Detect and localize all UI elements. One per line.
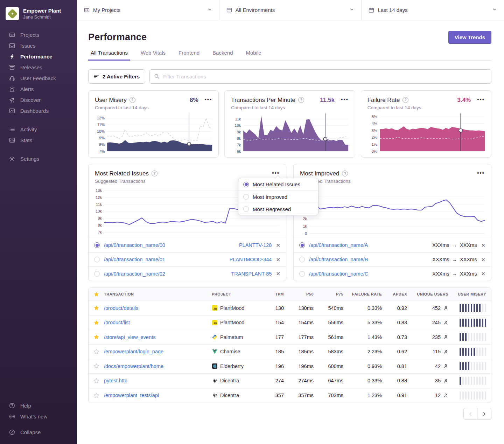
favorite-star-button[interactable] bbox=[89, 378, 104, 384]
transaction-link[interactable]: /product/details bbox=[104, 305, 138, 311]
sidebar-item-help[interactable]: Help bbox=[0, 400, 77, 411]
favorite-star-button[interactable] bbox=[89, 349, 104, 355]
tab-all-transactions[interactable]: All Transactions bbox=[88, 50, 130, 61]
help-icon[interactable]: ? bbox=[402, 97, 408, 103]
column-header-tpm[interactable]: TPM bbox=[264, 292, 289, 296]
radio-button[interactable] bbox=[243, 206, 249, 212]
help-icon[interactable]: ? bbox=[342, 171, 348, 176]
sidebar-item-issues[interactable]: Issues bbox=[0, 40, 77, 51]
close-icon[interactable]: ✕ bbox=[276, 257, 280, 262]
radio-button[interactable] bbox=[299, 271, 305, 277]
sidebar-item-activity[interactable]: Activity bbox=[0, 124, 77, 135]
failure-rate-chart[interactable] bbox=[380, 115, 485, 151]
radio-button[interactable] bbox=[243, 182, 249, 187]
org-switcher[interactable]: ✦ Empower Plant Jane Schmidt bbox=[0, 6, 77, 29]
sidebar-item-discover[interactable]: Discover bbox=[0, 95, 77, 105]
close-icon[interactable]: ✕ bbox=[481, 271, 485, 276]
transaction-link[interactable]: /api/0/transaction_name/A bbox=[309, 242, 368, 248]
radio-button[interactable] bbox=[243, 194, 249, 200]
view-trends-button[interactable]: View Trends bbox=[448, 31, 491, 44]
column-header-failure-rate[interactable]: FAILURE RATE bbox=[348, 292, 387, 296]
transaction-link[interactable]: /api/0/transaction_name/02 bbox=[104, 271, 165, 277]
duration-change: XXXms→XXXms bbox=[432, 271, 477, 277]
transaction-link[interactable]: /api/0/transaction_name/C bbox=[309, 271, 368, 277]
project-selector[interactable]: My Projects bbox=[77, 0, 219, 20]
sidebar-item-releases[interactable]: Releases bbox=[0, 62, 77, 73]
card-menu-button[interactable]: ••• bbox=[477, 169, 485, 178]
active-filters-button[interactable]: 2 Active Filters bbox=[88, 69, 145, 84]
issue-tag-link[interactable]: PLANTTV-128 bbox=[239, 242, 272, 248]
environment-selector[interactable]: All Environments bbox=[219, 0, 362, 20]
menu-option-most-related-issues[interactable]: Most Related Issues bbox=[238, 178, 318, 190]
user-misery-chart[interactable] bbox=[107, 115, 212, 151]
transaction-link[interactable]: /api/0/transaction_name/B bbox=[309, 257, 368, 262]
y-tick-label: 11% bbox=[97, 123, 105, 127]
favorite-star-button[interactable] bbox=[89, 334, 104, 340]
tab-frontend[interactable]: Frontend bbox=[176, 50, 202, 61]
date-range-selector[interactable]: Last 14 days bbox=[362, 0, 504, 20]
column-header-unique-users[interactable]: UNIQUE USERS bbox=[412, 292, 453, 296]
favorite-star-button[interactable] bbox=[89, 363, 104, 369]
column-header-p50[interactable]: P50 bbox=[289, 292, 318, 296]
sidebar-item-collapse[interactable]: Collapse bbox=[0, 427, 77, 438]
column-header-transaction[interactable]: TRANSACTION bbox=[104, 292, 212, 296]
close-icon[interactable]: ✕ bbox=[481, 257, 485, 262]
sidebar-item-dashboards[interactable]: Dashboards bbox=[0, 105, 77, 116]
help-icon[interactable]: ? bbox=[152, 171, 158, 176]
column-header-user-misery[interactable]: USER MISERY bbox=[453, 292, 491, 296]
menu-option-most-regressed[interactable]: Most Regressed bbox=[238, 203, 318, 215]
transaction-link[interactable]: /empowerplant/login_page bbox=[104, 349, 163, 354]
y-tick-label: 2% bbox=[372, 135, 377, 139]
close-icon[interactable]: ✕ bbox=[481, 243, 485, 248]
favorite-star-button[interactable] bbox=[89, 393, 104, 398]
radio-button[interactable] bbox=[94, 242, 100, 248]
favorite-star-button[interactable] bbox=[89, 320, 104, 326]
favorite-star-button[interactable] bbox=[89, 305, 104, 311]
close-icon[interactable]: ✕ bbox=[276, 271, 280, 276]
transaction-link[interactable]: /api/0/transaction_name/00 bbox=[104, 242, 165, 248]
previous-page-button[interactable] bbox=[463, 408, 477, 420]
p75-cell: 703ms bbox=[318, 393, 348, 398]
y-tick-label: 8k bbox=[98, 223, 102, 227]
tpm-chart[interactable] bbox=[243, 115, 348, 151]
sidebar-item-user-feedback[interactable]: User Feedback bbox=[0, 73, 77, 84]
sidebar-item-projects[interactable]: Projects bbox=[0, 29, 77, 40]
card-subtitle: Suggested Transactions bbox=[300, 179, 485, 184]
card-menu-button[interactable]: ••• bbox=[205, 96, 212, 104]
radio-button[interactable] bbox=[299, 257, 305, 262]
transaction-link[interactable]: /empowerplant_tests/api bbox=[104, 393, 159, 398]
card-menu-button[interactable]: ••• bbox=[477, 96, 485, 104]
help-icon[interactable]: ? bbox=[298, 97, 304, 103]
transaction-link[interactable]: /api/0/transaction_name/01 bbox=[104, 257, 165, 262]
most-improved-chart[interactable] bbox=[309, 187, 485, 234]
next-page-button[interactable] bbox=[477, 408, 491, 420]
sidebar-item-what-s-new[interactable]: What’s new bbox=[0, 411, 77, 422]
radio-button[interactable] bbox=[94, 271, 100, 277]
sidebar-item-stats[interactable]: Stats bbox=[0, 135, 77, 146]
transaction-search-input[interactable] bbox=[149, 69, 491, 84]
transaction-link[interactable]: pytest.http bbox=[104, 378, 127, 383]
tab-mobile[interactable]: Mobile bbox=[243, 50, 264, 61]
card-menu-button[interactable]: ••• bbox=[341, 96, 349, 104]
column-header-p75[interactable]: P75 bbox=[318, 292, 348, 296]
issue-tag-link[interactable]: TRANSPLANT-85 bbox=[231, 271, 272, 277]
help-icon[interactable]: ? bbox=[130, 97, 135, 103]
menu-option-most-improved[interactable]: Most Improved bbox=[238, 190, 318, 203]
transaction-link[interactable]: /store/api_view_events bbox=[104, 334, 156, 340]
column-header-project[interactable]: PROJECT bbox=[212, 292, 264, 296]
sidebar-item-performance[interactable]: Performance bbox=[0, 51, 77, 62]
transaction-link[interactable]: /product/list bbox=[104, 320, 130, 325]
apdex-cell: 0.88 bbox=[387, 378, 412, 383]
tab-backend[interactable]: Backend bbox=[210, 50, 235, 61]
unique-users-value: 35 bbox=[435, 378, 441, 383]
close-icon[interactable]: ✕ bbox=[276, 243, 280, 248]
radio-button[interactable] bbox=[299, 242, 305, 248]
issue-tag-link[interactable]: PLANTMOOD-344 bbox=[230, 257, 272, 262]
transaction-link[interactable]: /docs/empowerplant/home bbox=[104, 363, 163, 369]
sidebar-item-alerts[interactable]: Alerts bbox=[0, 84, 77, 95]
sidebar-item-settings[interactable]: Settings bbox=[0, 153, 77, 164]
radio-button[interactable] bbox=[94, 257, 100, 262]
column-header-apdex[interactable]: APDEX bbox=[387, 292, 412, 296]
tab-web-vitals[interactable]: Web Vitals bbox=[138, 50, 168, 61]
card-title: Failure Rate bbox=[368, 97, 400, 104]
